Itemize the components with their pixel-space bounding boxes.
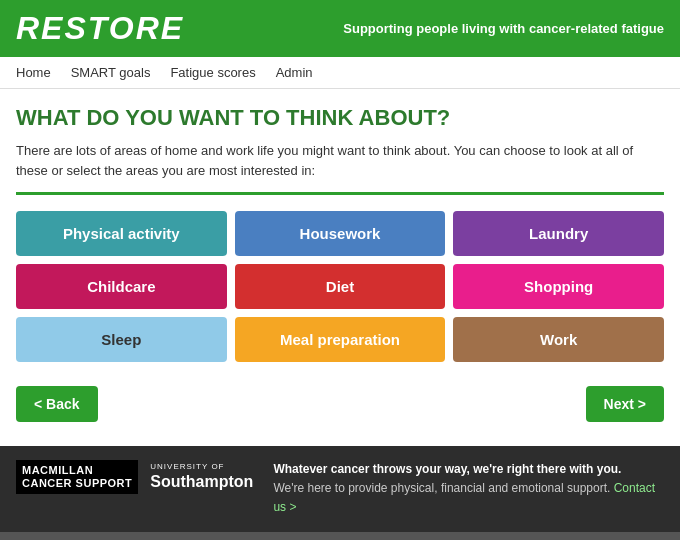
nav-home[interactable]: Home [16, 65, 51, 80]
option-diet[interactable]: Diet [235, 264, 446, 309]
description-text: There are lots of areas of home and work… [16, 141, 664, 180]
page-title: What do you want to think about? [16, 105, 664, 131]
footer-tagline: Whatever cancer throws your way, we're r… [273, 460, 664, 479]
footer-text: Whatever cancer throws your way, we're r… [273, 460, 664, 518]
option-meal-preparation[interactable]: Meal preparation [235, 317, 446, 362]
option-physical-activity[interactable]: Physical activity [16, 211, 227, 256]
options-grid: Physical activity Housework Laundry Chil… [16, 211, 664, 362]
nav-admin[interactable]: Admin [276, 65, 313, 80]
next-button[interactable]: Next > [586, 386, 664, 422]
navigation-buttons: < Back Next > [16, 378, 664, 430]
nav-smart-goals[interactable]: SMART goals [71, 65, 151, 80]
footer-top: MACMILLAN CANCER SUPPORT UNIVERSITY OF S… [0, 446, 680, 532]
option-housework[interactable]: Housework [235, 211, 446, 256]
option-sleep[interactable]: Sleep [16, 317, 227, 362]
main-nav: Home SMART goals Fatigue scores Admin [0, 57, 680, 89]
macmillan-name: MACMILLAN [22, 464, 132, 477]
site-logo: RESTORE [16, 10, 184, 47]
southampton-logo: UNIVERSITY OF Southampton [150, 462, 253, 493]
footer-bottom: Sitemap Terms and conditions Privacy pol… [0, 532, 680, 540]
southampton-label: Southampton [150, 473, 253, 490]
main-content: What do you want to think about? There a… [0, 89, 680, 446]
macmillan-logo: MACMILLAN CANCER SUPPORT [16, 460, 138, 494]
option-laundry[interactable]: Laundry [453, 211, 664, 256]
option-work[interactable]: Work [453, 317, 664, 362]
back-button[interactable]: < Back [16, 386, 98, 422]
macmillan-cancer: CANCER SUPPORT [22, 477, 132, 490]
option-shopping[interactable]: Shopping [453, 264, 664, 309]
header: RESTORE Supporting people living with ca… [0, 0, 680, 57]
university-of-label: UNIVERSITY OF [150, 462, 253, 472]
footer-subtitle: We're here to provide physical, financia… [273, 481, 610, 495]
divider [16, 192, 664, 195]
nav-fatigue-scores[interactable]: Fatigue scores [170, 65, 255, 80]
option-childcare[interactable]: Childcare [16, 264, 227, 309]
header-tagline: Supporting people living with cancer-rel… [343, 21, 664, 36]
footer-logos: MACMILLAN CANCER SUPPORT UNIVERSITY OF S… [16, 460, 253, 494]
